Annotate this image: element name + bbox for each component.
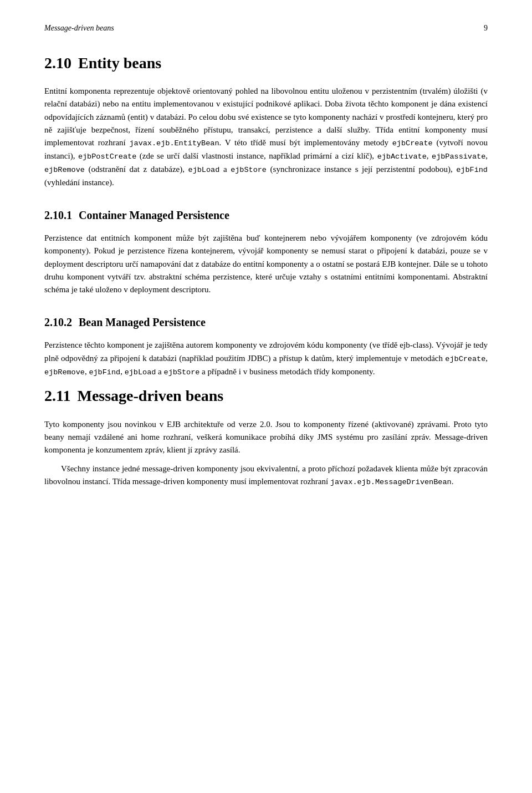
code-bmp-ejbcreate: ejbCreate xyxy=(445,355,485,363)
section-2-10-number: 2.10 xyxy=(44,54,71,72)
section-2-10-2-number: 2.10.2 xyxy=(44,316,72,328)
section-2-11-heading: 2.11Message-driven beans xyxy=(44,384,488,408)
section-2-10-title: Entity beans xyxy=(78,54,161,72)
section-2-10-2: 2.10.2Bean Managed Persistence Perzisten… xyxy=(44,314,488,378)
section-2-10-para1: Entitní komponenta reprezentuje objektov… xyxy=(44,85,488,189)
section-2-10-1-heading: 2.10.1Container Managed Persistence xyxy=(44,207,488,224)
header-left-text: Message-driven beans xyxy=(44,22,114,34)
header-page-number: 9 xyxy=(484,22,488,34)
page: Message-driven beans 9 2.10Entity beans … xyxy=(0,0,532,793)
code-ejbload: ejbLoad xyxy=(188,166,220,174)
code-ejbpostcreate: ejbPostCreate xyxy=(78,152,136,161)
code-ejbfind: ejbFind xyxy=(456,166,488,174)
code-ejbcreate: ejbCreate xyxy=(392,139,433,148)
section-2-11-number: 2.11 xyxy=(44,387,70,404)
section-2-11-para2: Všechny instance jedné message-driven ko… xyxy=(44,462,488,489)
section-2-10-2-para: Perzistence těchto komponent je zajištěn… xyxy=(44,339,488,378)
section-2-10-2-heading: 2.10.2Bean Managed Persistence xyxy=(44,314,488,331)
section-2-11-para1: Tyto komponenty jsou novinkou v EJB arch… xyxy=(44,418,488,457)
code-ejbactivate: ejbActivate xyxy=(377,152,427,161)
code-bmp-ejbremove: ejbRemove xyxy=(44,368,85,377)
section-2-11-title: Message-driven beans xyxy=(77,387,223,404)
section-2-10: 2.10Entity beans Entitní komponenta repr… xyxy=(44,51,488,379)
code-bmp-ejbload: ejbLoad xyxy=(125,368,156,377)
section-2-10-heading: 2.10Entity beans xyxy=(44,51,488,75)
code-ejbstore: ejbStore xyxy=(231,166,267,174)
code-bmp-ejbstore: ejbStore xyxy=(164,368,200,377)
code-ejbremove: ejbRemove xyxy=(44,166,85,174)
code-ejbpassivate: ejbPassivate xyxy=(432,152,485,161)
code-entitybean-interface: javax.ejb.EntityBean xyxy=(129,139,219,148)
section-2-10-1-title: Container Managed Persistence xyxy=(79,209,229,221)
code-messagedrivenbean: javax.ejb.MessageDrivenBean xyxy=(330,478,452,486)
section-2-10-1-number: 2.10.1 xyxy=(44,209,72,221)
section-2-10-1-para: Perzistence dat entitních komponent může… xyxy=(44,232,488,296)
page-header: Message-driven beans 9 xyxy=(44,22,488,34)
code-bmp-ejbfind: ejbFind xyxy=(89,368,120,377)
section-2-10-2-title: Bean Managed Persistence xyxy=(79,316,206,328)
section-2-11: 2.11Message-driven beans Tyto komponenty… xyxy=(44,384,488,488)
section-2-10-1: 2.10.1Container Managed Persistence Perz… xyxy=(44,207,488,296)
